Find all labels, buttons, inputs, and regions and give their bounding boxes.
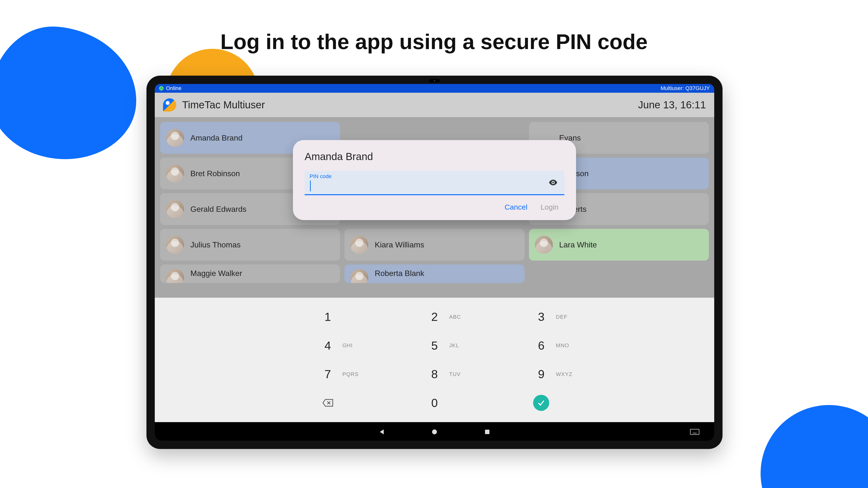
svg-rect-5 [690, 429, 699, 434]
nav-recent-button[interactable] [483, 427, 492, 436]
nav-recent-icon [484, 428, 491, 435]
dialog-user-name: Amanda Brand [305, 151, 564, 163]
user-name-label: Gerald Edwards [190, 205, 246, 214]
avatar-icon [166, 164, 184, 183]
toggle-visibility-button[interactable] [548, 177, 558, 188]
user-name-label: Bret Robinson [190, 169, 240, 178]
app-title: TimeTac Multiuser [182, 99, 265, 111]
avatar-icon [166, 200, 184, 218]
numeric-keypad: 1 2ABC 3DEF 4GHI 5JKL 6MNO 7PQRS 8TUV 9W… [155, 298, 714, 422]
page-headline: Log in to the app using a secure PIN cod… [0, 29, 868, 54]
keypad-key-4[interactable]: 4GHI [274, 331, 381, 360]
tablet-screen: Online Multiuser: Q37GUJY TimeTac Multiu… [155, 84, 714, 441]
online-indicator-icon [159, 86, 163, 91]
tablet-camera [429, 79, 440, 83]
user-tile-maggie-walker[interactable]: Maggie Walker [160, 264, 340, 283]
keypad-key-9[interactable]: 9WXYZ [488, 360, 595, 389]
avatar-icon [166, 236, 184, 254]
avatar-icon [350, 236, 368, 254]
login-button[interactable]: Login [541, 203, 558, 211]
avatar-icon [166, 129, 184, 147]
nav-back-button[interactable] [377, 427, 386, 436]
nav-back-icon [378, 428, 385, 435]
user-name-label: Amanda Brand [190, 133, 242, 142]
svg-point-3 [432, 429, 437, 434]
user-name-label: Lara White [559, 240, 597, 249]
app-logo-icon [163, 98, 176, 111]
keypad-key-1[interactable]: 1 [274, 302, 381, 331]
avatar-icon [166, 269, 184, 283]
pin-input-field[interactable]: PIN code [305, 171, 564, 195]
user-tile-lara-white[interactable]: Lara White [529, 229, 709, 261]
user-name-label: Maggie Walker [190, 269, 242, 278]
pin-input[interactable] [310, 180, 540, 192]
svg-rect-4 [485, 430, 489, 434]
user-tile-kiara-williams[interactable]: Kiara Williams [344, 229, 524, 261]
multiuser-id-label: Multiuser: Q37GUJY [660, 85, 710, 92]
decorative-blob-blue-bottom [761, 405, 868, 488]
status-bar: Online Multiuser: Q37GUJY [155, 84, 714, 93]
online-label: Online [166, 85, 182, 92]
nav-keyboard-button[interactable] [690, 428, 700, 435]
user-tile-julius-thomas[interactable]: Julius Thomas [160, 229, 340, 261]
nav-home-icon [431, 428, 438, 435]
avatar-icon [535, 236, 553, 254]
keyboard-icon [690, 428, 700, 435]
tablet-frame: Online Multiuser: Q37GUJY TimeTac Multiu… [147, 76, 722, 449]
keypad-key-6[interactable]: 6MNO [488, 331, 595, 360]
pin-input-label: PIN code [310, 173, 332, 180]
user-name-label: Julius Thomas [190, 240, 241, 249]
keypad-key-5[interactable]: 5JKL [381, 331, 488, 360]
pin-login-dialog: Amanda Brand PIN code Cancel Login [293, 140, 576, 220]
keypad-key-3[interactable]: 3DEF [488, 302, 595, 331]
keypad-key-0[interactable]: 0 [381, 389, 488, 418]
user-name-label: Roberta Blank [375, 269, 424, 278]
nav-home-button[interactable] [430, 427, 439, 436]
keypad-key-7[interactable]: 7PQRS [274, 360, 381, 389]
backspace-icon [322, 398, 334, 408]
text-caret [310, 181, 311, 191]
keypad-key-2[interactable]: 2ABC [381, 302, 488, 331]
checkmark-icon [537, 399, 545, 407]
svg-marker-2 [380, 429, 384, 434]
keypad-key-8[interactable]: 8TUV [381, 360, 488, 389]
cancel-button[interactable]: Cancel [504, 203, 527, 211]
user-name-label: Kiara Williams [375, 240, 424, 249]
android-nav-bar [155, 422, 714, 441]
eye-icon [548, 177, 558, 187]
avatar-icon [350, 269, 368, 283]
keypad-backspace-button[interactable] [274, 389, 381, 418]
app-header: TimeTac Multiuser June 13, 16:11 [155, 93, 714, 117]
clock-label: June 13, 16:11 [638, 99, 706, 111]
keypad-confirm-button[interactable] [488, 389, 595, 418]
user-tile-roberta-blank[interactable]: Roberta Blank [344, 264, 524, 283]
